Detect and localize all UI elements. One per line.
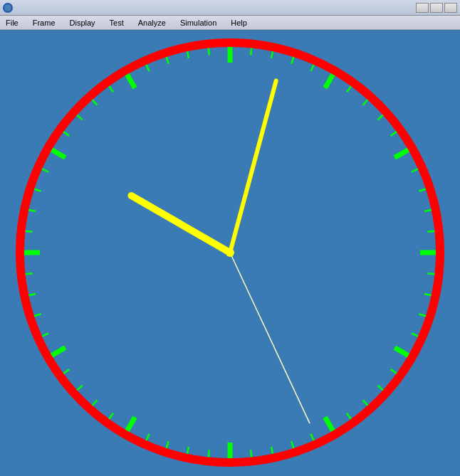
menu-analyze[interactable]: Analyze [135,17,169,28]
svg-line-46 [26,273,33,274]
title-bar [0,0,460,16]
svg-line-48 [26,231,33,232]
menu-file[interactable]: File [3,17,21,28]
menu-test[interactable]: Test [107,17,127,28]
svg-line-3 [251,48,251,55]
close-button[interactable] [444,3,457,13]
title-bar-left [3,3,16,13]
svg-line-33 [209,450,209,457]
menu-simulation[interactable]: Simulation [177,17,219,28]
maximize-button[interactable] [430,3,443,13]
svg-line-18 [427,273,434,274]
minimize-button[interactable] [416,3,429,13]
menu-bar: File Frame Display Test Analyze Simulati… [0,16,460,30]
app-icon [3,3,13,13]
menu-display[interactable]: Display [67,17,98,28]
svg-line-16 [427,231,434,232]
clock-area: // Draw ticks const svg = document.query… [0,30,460,476]
svg-point-65 [226,248,234,257]
menu-help[interactable]: Help [228,17,250,28]
svg-line-31 [251,450,251,457]
svg-line-61 [209,48,209,55]
clock-svg: // Draw ticks const svg = document.query… [0,30,460,476]
menu-frame[interactable]: Frame [30,17,58,28]
window-controls [416,3,457,13]
